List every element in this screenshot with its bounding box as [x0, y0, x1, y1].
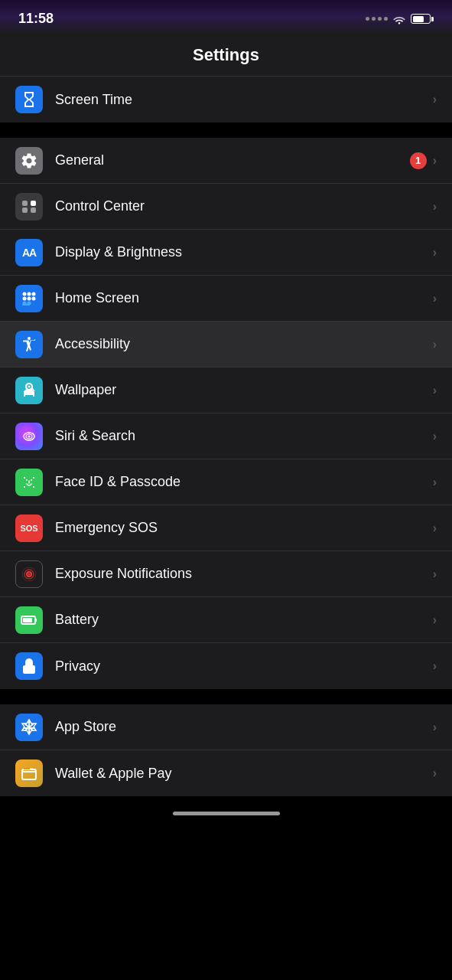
screen-time-icon — [15, 86, 43, 113]
svg-point-8 — [28, 296, 31, 300]
settings-header: Settings — [0, 33, 452, 77]
battery-right: › — [433, 613, 437, 627]
settings-item-display-brightness[interactable]: AA Display & Brightness › — [0, 230, 452, 276]
wallpaper-label: Wallpaper — [55, 382, 433, 398]
svg-point-17 — [28, 435, 31, 437]
app-store-icon — [15, 714, 43, 741]
battery-label: Battery — [55, 612, 433, 628]
chevron-icon: › — [433, 430, 437, 443]
settings-item-control-center[interactable]: Control Center › — [0, 184, 452, 230]
exposure-notifications-label: Exposure Notifications — [55, 566, 433, 582]
wallet-applepay-label: Wallet & Apple Pay — [55, 766, 433, 782]
chevron-icon: › — [433, 384, 437, 397]
wifi-icon — [392, 14, 406, 24]
svg-rect-12 — [22, 304, 30, 305]
siri-search-label: Siri & Search — [55, 428, 433, 444]
svg-point-5 — [28, 292, 31, 296]
display-brightness-icon: AA — [15, 239, 43, 266]
control-center-label: Control Center — [55, 198, 433, 214]
chevron-icon: › — [433, 154, 437, 168]
privacy-right: › — [433, 659, 437, 673]
section-gap-1 — [0, 122, 452, 138]
svg-point-14 — [28, 385, 31, 387]
exposure-notifications-icon — [15, 560, 43, 588]
general-badge: 1 — [410, 152, 427, 169]
svg-rect-26 — [22, 769, 36, 779]
status-bar: 11:58 — [0, 0, 452, 33]
general-right: 1 › — [410, 152, 437, 169]
home-indicator-bar — [173, 812, 280, 815]
chevron-icon: › — [433, 200, 437, 214]
emergency-sos-right: › — [433, 521, 437, 535]
svg-point-4 — [23, 292, 27, 296]
emergency-sos-label: Emergency SOS — [55, 520, 433, 536]
chevron-icon: › — [433, 766, 437, 780]
status-time: 11:58 — [18, 11, 54, 27]
accessibility-icon — [15, 331, 43, 358]
control-center-icon — [15, 193, 43, 220]
settings-item-home-screen[interactable]: Home Screen › — [0, 276, 452, 322]
settings-item-accessibility[interactable]: Accessibility › — [0, 322, 452, 368]
face-id-icon — [15, 469, 43, 496]
chevron-icon: › — [433, 659, 437, 673]
svg-point-9 — [32, 296, 36, 300]
home-screen-label: Home Screen — [55, 290, 433, 306]
wallet-applepay-right: › — [433, 766, 437, 780]
svg-rect-3 — [31, 207, 36, 213]
exposure-notifications-right: › — [433, 567, 437, 581]
status-icons — [366, 14, 434, 24]
page-title: Settings — [193, 45, 259, 64]
svg-rect-25 — [23, 618, 32, 622]
general-icon — [15, 147, 43, 175]
settings-item-emergency-sos[interactable]: SOS Emergency SOS › — [0, 505, 452, 551]
display-brightness-label: Display & Brightness — [55, 244, 433, 260]
svg-point-7 — [23, 296, 27, 300]
privacy-label: Privacy — [55, 658, 433, 675]
svg-rect-1 — [31, 201, 36, 206]
settings-item-general[interactable]: General 1 › — [0, 138, 452, 184]
chevron-icon: › — [433, 567, 437, 581]
face-id-right: › — [433, 475, 437, 489]
face-id-label: Face ID & Passcode — [55, 474, 433, 490]
section-apps: App Store › Wallet & Apple Pay › — [0, 704, 452, 796]
home-screen-icon — [15, 285, 43, 312]
app-store-right: › — [433, 720, 437, 734]
chevron-icon: › — [433, 521, 437, 535]
svg-rect-0 — [22, 201, 28, 206]
accessibility-label: Accessibility — [55, 336, 433, 352]
settings-item-screen-time[interactable]: Screen Time › — [0, 77, 452, 122]
wallpaper-right: › — [433, 384, 437, 397]
svg-point-19 — [31, 479, 32, 481]
battery-icon-item — [15, 606, 43, 634]
svg-point-18 — [26, 479, 28, 481]
accessibility-right: › — [433, 338, 437, 351]
general-label: General — [55, 152, 410, 168]
settings-item-app-store[interactable]: App Store › — [0, 704, 452, 750]
siri-search-icon — [15, 423, 43, 450]
settings-item-exposure-notifications[interactable]: Exposure Notifications › — [0, 551, 452, 597]
svg-point-6 — [32, 292, 36, 296]
settings-item-wallet-applepay[interactable]: Wallet & Apple Pay › — [0, 750, 452, 796]
screen-time-label: Screen Time — [55, 92, 433, 108]
signal-dots-icon — [366, 17, 388, 21]
home-indicator-area — [0, 796, 452, 823]
chevron-icon: › — [433, 338, 437, 351]
control-center-right: › — [433, 200, 437, 214]
wallpaper-icon — [15, 377, 43, 404]
screen-time-right: › — [433, 93, 437, 106]
home-screen-right: › — [433, 292, 437, 305]
settings-item-battery[interactable]: Battery › — [0, 597, 452, 643]
siri-search-right: › — [433, 430, 437, 443]
settings-item-face-id[interactable]: Face ID & Passcode › — [0, 459, 452, 505]
privacy-icon — [15, 652, 43, 680]
wallet-applepay-icon — [15, 760, 43, 787]
section-main: General 1 › Control Center › AA Display … — [0, 138, 452, 689]
chevron-icon: › — [433, 93, 437, 106]
settings-item-siri-search[interactable]: Siri & Search › — [0, 413, 452, 459]
chevron-icon: › — [433, 246, 437, 260]
svg-rect-2 — [22, 207, 28, 213]
svg-point-23 — [28, 573, 31, 575]
settings-item-privacy[interactable]: Privacy › — [0, 643, 452, 689]
battery-status-icon — [411, 14, 434, 24]
settings-item-wallpaper[interactable]: Wallpaper › — [0, 368, 452, 413]
